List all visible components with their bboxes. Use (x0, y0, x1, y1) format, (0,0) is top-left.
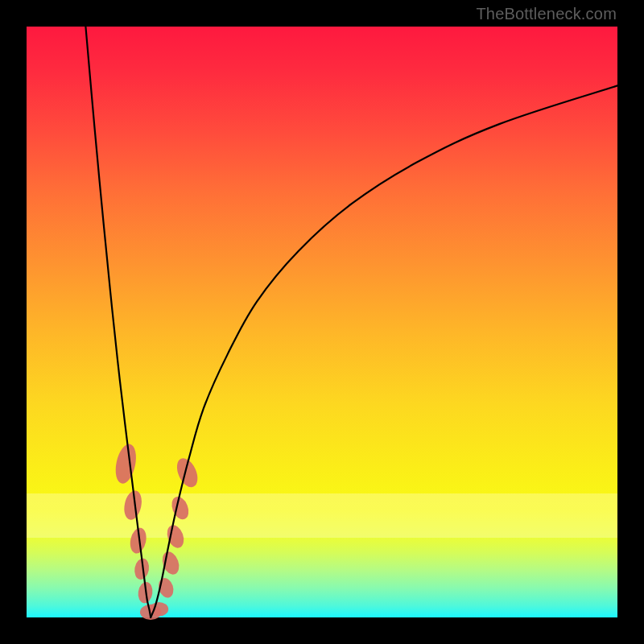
chart-svg (27, 27, 617, 617)
curve-right-branch (151, 85, 617, 617)
data-marker (113, 442, 139, 485)
plot-area (27, 27, 617, 617)
marker-layer (113, 442, 202, 620)
data-marker (173, 455, 202, 490)
chart-frame: TheBottleneck.com (0, 0, 644, 644)
data-marker (168, 494, 192, 522)
curve-layer (85, 27, 617, 617)
watermark-text: TheBottleneck.com (476, 5, 617, 23)
